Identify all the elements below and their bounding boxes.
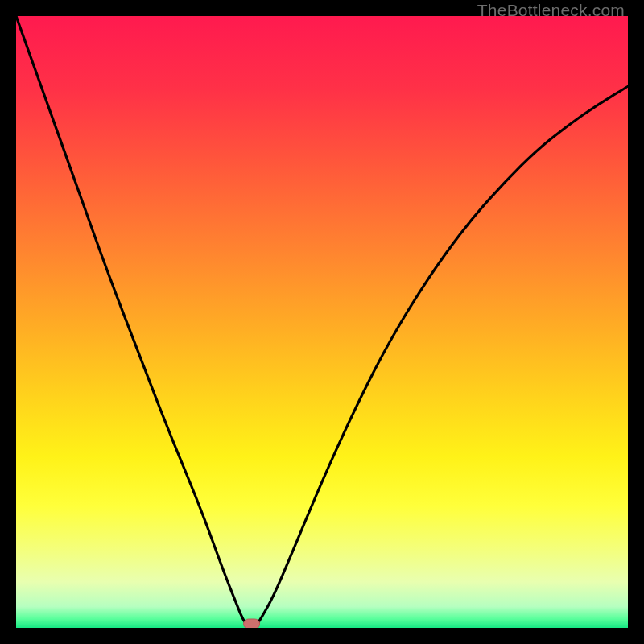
optimal-marker	[244, 619, 260, 628]
chart-frame	[16, 16, 628, 628]
bottleneck-chart	[16, 16, 628, 628]
gradient-background	[16, 16, 628, 628]
watermark-text: TheBottleneck.com	[477, 1, 625, 20]
